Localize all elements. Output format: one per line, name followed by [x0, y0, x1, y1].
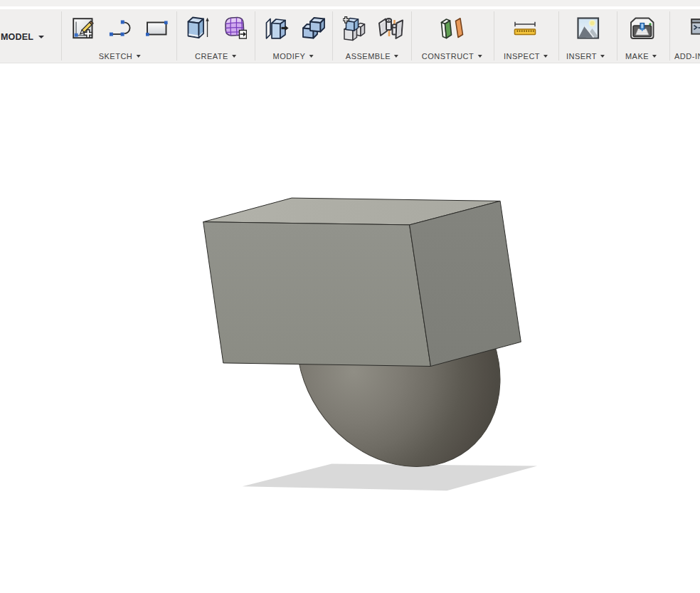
- modify-caret-icon: [309, 55, 313, 58]
- toolbar-separator: [411, 11, 412, 61]
- toolbar-section-modify[interactable]: MODIFY: [273, 51, 314, 62]
- combine-icon[interactable]: [302, 16, 326, 39]
- toolbar-section-create[interactable]: CREATE: [195, 51, 236, 62]
- toolbar-separator: [494, 11, 494, 61]
- toolbar-section-inspect[interactable]: INSPECT: [504, 51, 548, 62]
- make-caret-icon: [652, 55, 657, 58]
- fusion360-window: { "workspace_switcher": { "label": "MODE…: [0, 0, 700, 593]
- construct-caret-icon: [477, 55, 482, 58]
- assemble-caret-icon: [394, 55, 398, 58]
- toolbar-separator: [332, 11, 333, 61]
- 3d-print-icon[interactable]: [629, 17, 656, 40]
- form-icon[interactable]: [224, 16, 247, 39]
- toolbar-separator: [617, 11, 617, 61]
- workspace-switcher-label: MODEL: [1, 32, 33, 42]
- box-front-face[interactable]: [203, 222, 431, 367]
- insert-image-icon[interactable]: [577, 17, 600, 39]
- joint-icon[interactable]: [378, 16, 404, 41]
- create-caret-icon: [232, 55, 236, 58]
- toolbar-section-insert[interactable]: INSERT: [566, 51, 605, 62]
- toolbar-separator: [669, 11, 670, 61]
- model-canvas[interactable]: [0, 0, 700, 593]
- construction-plane-icon[interactable]: [440, 17, 465, 39]
- ground-shadow: [243, 464, 537, 491]
- sketch-caret-icon: [136, 55, 140, 58]
- toolbar-section-make[interactable]: MAKE: [625, 51, 657, 62]
- insert-caret-icon: [600, 55, 605, 58]
- toolbar-separator: [176, 11, 177, 61]
- workspace-switcher[interactable]: MODEL: [1, 31, 44, 43]
- toolbar-section-assemble[interactable]: ASSEMBLE: [346, 51, 398, 62]
- measure-icon[interactable]: [513, 21, 537, 36]
- scripts-add-ins-icon[interactable]: [691, 19, 700, 35]
- toolbar-section-construct[interactable]: CONSTRUCT: [422, 51, 482, 62]
- toolbar-separator: [255, 11, 255, 61]
- window-top-strip: [0, 0, 700, 6]
- box-body[interactable]: [203, 198, 521, 366]
- create-sketch-icon[interactable]: [73, 18, 95, 39]
- inspect-caret-icon: [543, 55, 548, 58]
- workspace-caret-icon: [38, 36, 44, 38]
- rectangle-icon[interactable]: [144, 19, 169, 38]
- toolbar-section-add-ins[interactable]: ADD-INS: [674, 51, 700, 62]
- new-component-icon[interactable]: [343, 16, 366, 41]
- extrude-icon[interactable]: [187, 16, 210, 39]
- spline-icon[interactable]: [107, 19, 134, 37]
- press-pull-icon[interactable]: [265, 17, 290, 39]
- toolbar-separator: [61, 11, 62, 61]
- toolbar-separator: [558, 11, 559, 61]
- toolbar-section-sketch[interactable]: SKETCH: [99, 51, 141, 62]
